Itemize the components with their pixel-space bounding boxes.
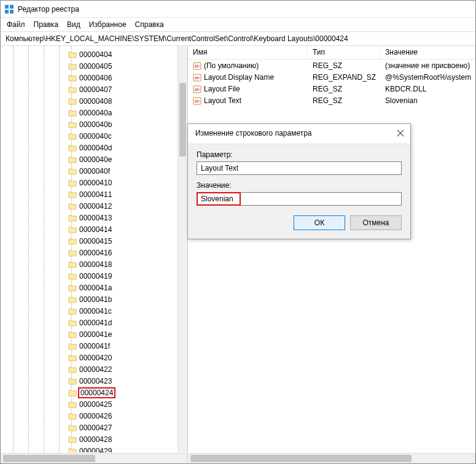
tree-item[interactable]: 0000040e [1, 153, 178, 165]
tree-item[interactable]: 00000427 [1, 422, 178, 433]
tree-item[interactable]: 00000415 [1, 235, 178, 247]
menu-file[interactable]: Файл [7, 20, 25, 29]
list-pane: Имя Тип Значение ab(По умолчанию)REG_SZ(… [188, 46, 475, 452]
tree-item-label: 00000412 [79, 202, 112, 211]
column-header-value[interactable]: Значение [380, 46, 475, 59]
tree-item[interactable]: 0000041f [1, 340, 178, 352]
menu-edit[interactable]: Правка [34, 20, 59, 29]
tree-item-label: 0000041b [79, 295, 112, 304]
tree-item[interactable]: 0000041d [1, 317, 178, 328]
list-header: Имя Тип Значение [188, 46, 475, 60]
folder-icon [68, 144, 77, 152]
folder-icon [68, 74, 77, 82]
value-type: REG_SZ [308, 61, 380, 70]
folder-icon [68, 319, 77, 327]
column-header-name[interactable]: Имя [188, 46, 308, 59]
dialog-close-button[interactable] [397, 130, 404, 137]
tree-item-label: 00000405 [79, 62, 112, 71]
tree-vertical-scrollbar[interactable] [178, 46, 187, 452]
folder-icon [68, 63, 77, 70]
tree-item[interactable]: 0000041b [1, 293, 178, 305]
folder-icon [68, 98, 77, 105]
tree-item[interactable]: 0000041a [1, 282, 178, 293]
tree-item-label: 00000415 [79, 237, 112, 246]
cancel-button[interactable]: Отмена [350, 215, 402, 230]
tree-item[interactable]: 00000423 [1, 375, 178, 387]
menu-help[interactable]: Справка [135, 20, 164, 29]
tree-item[interactable]: 00000408 [1, 95, 178, 107]
list-row[interactable]: abLayout Display NameREG_EXPAND_SZ@%Syst… [188, 71, 475, 83]
tree-item-label: 0000040f [79, 167, 110, 176]
value-name: Layout File [204, 85, 240, 93]
tree-item[interactable]: 00000407 [1, 83, 178, 95]
menu-favorites[interactable]: Избранное [89, 20, 127, 29]
tree-item[interactable]: 00000406 [1, 72, 178, 83]
folder-icon [68, 273, 77, 280]
scrollbar-thumb[interactable] [190, 455, 412, 462]
tree-item[interactable]: 00000424 [1, 387, 178, 398]
menubar: Файл Правка Вид Избранное Справка [1, 18, 475, 31]
folder-icon [68, 179, 77, 187]
edit-string-dialog: Изменение строкового параметра Параметр:… [187, 123, 411, 239]
tree-horizontal-scrollbar[interactable] [1, 454, 188, 463]
param-field [197, 161, 402, 175]
menu-view[interactable]: Вид [67, 20, 80, 29]
tree-item-label: 00000408 [79, 97, 112, 106]
value-field[interactable] [197, 192, 402, 206]
titlebar: Редактор реестра [1, 1, 475, 18]
folder-icon [68, 261, 77, 268]
tree-item[interactable]: 0000040d [1, 142, 178, 153]
scrollbar-thumb[interactable] [3, 455, 95, 462]
tree-item[interactable]: 00000425 [1, 398, 178, 410]
value-type: REG_SZ [308, 96, 380, 105]
tree-item[interactable]: 00000404 [1, 48, 178, 60]
tree-item-label: 00000413 [79, 214, 112, 222]
column-header-type[interactable]: Тип [308, 46, 380, 59]
tree-item[interactable]: 00000411 [1, 188, 178, 200]
tree-item[interactable]: 00000419 [1, 270, 178, 282]
tree-item[interactable]: 0000041c [1, 305, 178, 317]
tree-item[interactable]: 00000429 [1, 445, 178, 452]
svg-text:ab: ab [195, 75, 200, 80]
tree-item[interactable]: 00000414 [1, 223, 178, 235]
value-name: Layout Display Name [204, 73, 274, 82]
list-horizontal-scrollbar[interactable] [188, 454, 475, 463]
tree-item[interactable]: 00000410 [1, 177, 178, 188]
tree-item[interactable]: 00000413 [1, 212, 178, 223]
svg-rect-2 [5, 10, 9, 14]
string-value-icon: ab [193, 61, 201, 70]
address-bar[interactable]: Компьютер\HKEY_LOCAL_MACHINE\SYSTEM\Curr… [1, 31, 475, 46]
list-row[interactable]: abLayout TextREG_SZSlovenian [188, 95, 475, 106]
regedit-icon [4, 4, 14, 14]
scrollbar-thumb[interactable] [179, 83, 186, 157]
string-value-icon: ab [193, 85, 201, 93]
folder-icon [68, 284, 77, 292]
tree-item[interactable]: 00000428 [1, 433, 178, 445]
list-row[interactable]: abLayout FileREG_SZKBDCR.DLL [188, 83, 475, 95]
tree-item[interactable]: 0000040a [1, 107, 178, 118]
tree-item-label: 00000416 [79, 249, 112, 257]
tree-item[interactable]: 0000041e [1, 328, 178, 340]
tree-item-label: 0000041f [79, 342, 110, 350]
folder-icon [68, 226, 77, 233]
tree-item-label: 0000041c [79, 307, 112, 315]
tree[interactable]: 0000040400000405000004060000040700000408… [1, 46, 178, 452]
window-title: Редактор реестра [18, 5, 79, 14]
ok-button[interactable]: ОК [294, 215, 345, 230]
value-data: @%SystemRoot%\system [380, 73, 475, 82]
folder-icon [68, 168, 77, 175]
list-row[interactable]: ab(По умолчанию)REG_SZ(значение не присв… [188, 60, 475, 71]
tree-item[interactable]: 00000416 [1, 247, 178, 258]
tree-item[interactable]: 0000040f [1, 165, 178, 177]
dialog-title-text: Изменение строкового параметра [195, 129, 312, 137]
folder-icon [68, 86, 77, 93]
tree-item[interactable]: 00000405 [1, 60, 178, 72]
tree-item-label: 00000418 [79, 260, 112, 269]
tree-item[interactable]: 00000418 [1, 258, 178, 270]
tree-item[interactable]: 00000420 [1, 352, 178, 363]
tree-item[interactable]: 00000412 [1, 200, 178, 212]
tree-item[interactable]: 0000040c [1, 130, 178, 142]
tree-item[interactable]: 00000426 [1, 410, 178, 422]
tree-item[interactable]: 00000422 [1, 363, 178, 375]
tree-item[interactable]: 0000040b [1, 118, 178, 130]
